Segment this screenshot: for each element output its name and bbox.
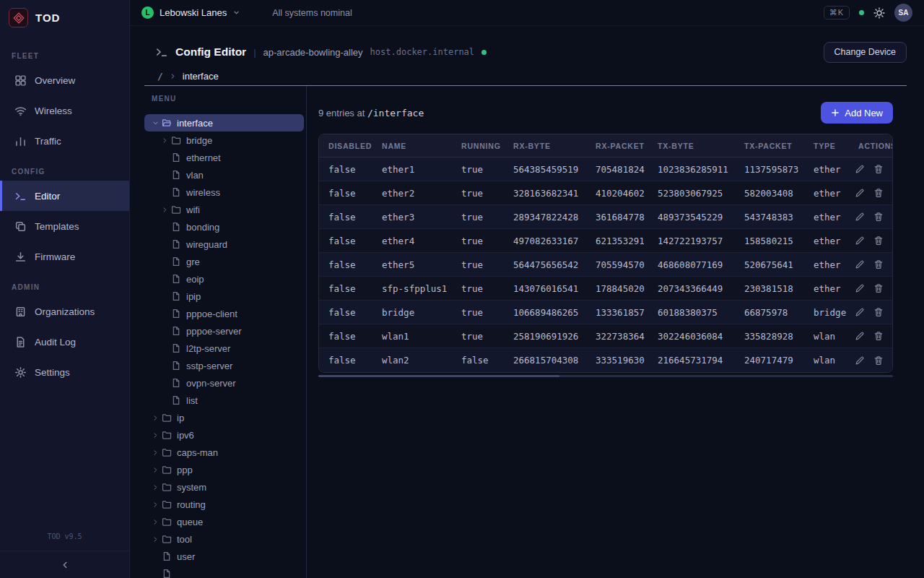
plus-icon xyxy=(831,108,840,117)
delete-button[interactable] xyxy=(873,307,884,317)
tree-item-wireguard[interactable]: wireguard xyxy=(144,236,304,253)
tree-item-item[interactable] xyxy=(144,565,304,578)
delete-button[interactable] xyxy=(873,212,884,222)
delete-button[interactable] xyxy=(873,355,884,366)
sidebar-item-templates[interactable]: Templates xyxy=(0,211,129,241)
edit-button[interactable] xyxy=(855,236,865,246)
tree-item-queue[interactable]: queue xyxy=(144,513,304,530)
tree-item-pppoe-server[interactable]: pppoe-server xyxy=(144,322,304,340)
tree-item-routing[interactable]: routing xyxy=(144,496,304,513)
sidebar-item-settings[interactable]: Settings xyxy=(0,357,129,387)
tree-item-ethernet[interactable]: ethernet xyxy=(144,149,304,166)
sidebar-item-firmware[interactable]: Firmware xyxy=(0,241,129,272)
sidebar-collapse-button[interactable] xyxy=(0,551,129,578)
horizontal-scrollbar-thumb[interactable] xyxy=(318,375,559,377)
tree-item-caps-man[interactable]: caps-man xyxy=(144,444,304,461)
chevron-right-icon[interactable] xyxy=(160,137,170,144)
sidebar-item-organizations[interactable]: Organizations xyxy=(0,296,129,327)
delete-button[interactable] xyxy=(873,164,884,174)
cell-tx-byte: 216645731794 xyxy=(648,355,735,366)
tree-item-wifi[interactable]: wifi xyxy=(144,201,304,218)
table-row[interactable]: falseether3true2893478224283616847784893… xyxy=(319,205,892,229)
tree-item-wireless[interactable]: wireless xyxy=(144,184,304,201)
sidebar-item-audit-log[interactable]: Audit Log xyxy=(0,327,129,357)
edit-button[interactable] xyxy=(855,259,865,269)
chevron-right-icon[interactable] xyxy=(150,483,161,491)
tree-item-bonding[interactable]: bonding xyxy=(144,218,304,236)
edit-button[interactable] xyxy=(855,283,865,293)
edit-button[interactable] xyxy=(855,188,865,198)
chevron-down-icon[interactable] xyxy=(150,119,161,127)
cell-tx-packet: 240717479 xyxy=(735,355,804,366)
table-row[interactable]: falsewlan2false2668157043083335196302166… xyxy=(319,348,892,372)
file-icon xyxy=(171,361,182,371)
tree-item-sstp-server[interactable]: sstp-server xyxy=(144,357,304,374)
table-row[interactable]: falsebridgetrue1066894862651333618576018… xyxy=(319,301,892,324)
cell-type: ether xyxy=(804,236,849,246)
edit-button[interactable] xyxy=(855,212,865,222)
breadcrumb-root[interactable]: / xyxy=(157,71,163,82)
cell-tx-byte: 489373545229 xyxy=(648,212,735,223)
table-row[interactable]: falsewlan1true25819069192632273836430224… xyxy=(319,324,892,348)
cell-running: true xyxy=(452,331,504,342)
tree-item-ip[interactable]: ip xyxy=(144,409,304,426)
tree-item-list[interactable]: list xyxy=(144,392,304,409)
sidebar-item-editor[interactable]: Editor xyxy=(0,181,129,211)
tree-item-user[interactable]: user xyxy=(144,548,304,565)
delete-button[interactable] xyxy=(873,188,884,198)
cell-actions xyxy=(849,212,892,222)
pencil-icon xyxy=(855,188,865,198)
chevron-right-icon[interactable] xyxy=(160,206,170,214)
horizontal-scrollbar[interactable] xyxy=(318,375,893,377)
tree-item-label: wireguard xyxy=(186,239,227,250)
edit-button[interactable] xyxy=(855,164,865,174)
theme-toggle-button[interactable] xyxy=(873,7,885,19)
chevron-right-icon[interactable] xyxy=(150,431,161,439)
chevron-right-icon[interactable] xyxy=(150,449,161,457)
table-row[interactable]: falseether1true5643854595197054818241023… xyxy=(319,158,892,181)
edit-button[interactable] xyxy=(855,355,865,366)
table-row[interactable]: falseether5true5644756565427055945704686… xyxy=(319,253,892,277)
table-row[interactable]: falseether4true4970826331676213532911427… xyxy=(319,229,892,253)
tree-item-ovpn-server[interactable]: ovpn-server xyxy=(144,374,304,392)
tree-item-ipv6[interactable]: ipv6 xyxy=(144,426,304,444)
tree-item-l2tp-server[interactable]: l2tp-server xyxy=(144,340,304,357)
table-row[interactable]: falsesfp-sfpplus1true1430760165411788450… xyxy=(319,277,892,301)
pencil-icon xyxy=(855,355,865,366)
delete-button[interactable] xyxy=(873,331,884,341)
folder-icon xyxy=(162,499,173,509)
sidebar-item-traffic[interactable]: Traffic xyxy=(0,126,129,156)
tree-item-ipip[interactable]: ipip xyxy=(144,288,304,305)
org-switcher[interactable]: L Lebowski Lanes xyxy=(141,7,240,19)
delete-button[interactable] xyxy=(873,259,884,269)
tree-item-vlan[interactable]: vlan xyxy=(144,166,304,184)
chevron-right-icon[interactable] xyxy=(150,466,161,474)
health-status-dot xyxy=(859,10,864,15)
edit-button[interactable] xyxy=(855,307,865,317)
tree-item-tool[interactable]: tool xyxy=(144,530,304,548)
sidebar-item-overview[interactable]: Overview xyxy=(0,65,129,95)
delete-button[interactable] xyxy=(873,236,884,246)
tree-item-system[interactable]: system xyxy=(144,478,304,496)
chevron-right-icon[interactable] xyxy=(150,518,161,526)
tree-item-ppp[interactable]: ppp xyxy=(144,461,304,478)
chevron-right-icon[interactable] xyxy=(150,535,161,543)
tree-item-bridge[interactable]: bridge xyxy=(144,131,304,149)
tree-item-gre[interactable]: gre xyxy=(144,253,304,270)
tree-item-label: ipv6 xyxy=(177,430,194,441)
add-new-button[interactable]: Add New xyxy=(821,102,893,124)
chevron-right-icon[interactable] xyxy=(150,414,161,422)
edit-button[interactable] xyxy=(855,331,865,341)
command-palette-shortcut[interactable]: ⌘K xyxy=(824,6,850,20)
user-avatar[interactable]: SA xyxy=(894,4,912,22)
pencil-icon xyxy=(855,307,865,317)
tree-item-pppoe-client[interactable]: pppoe-client xyxy=(144,305,304,322)
section-label-admin: ADMIN xyxy=(0,283,129,291)
chevron-right-icon[interactable] xyxy=(150,501,161,509)
table-row[interactable]: falseether2true3281636823414102046025238… xyxy=(319,181,892,205)
tree-item-eoip[interactable]: eoip xyxy=(144,270,304,288)
tree-item-interface[interactable]: interface xyxy=(144,114,304,131)
change-device-button[interactable]: Change Device xyxy=(824,42,907,63)
delete-button[interactable] xyxy=(873,283,884,293)
sidebar-item-wireless[interactable]: Wireless xyxy=(0,95,129,126)
